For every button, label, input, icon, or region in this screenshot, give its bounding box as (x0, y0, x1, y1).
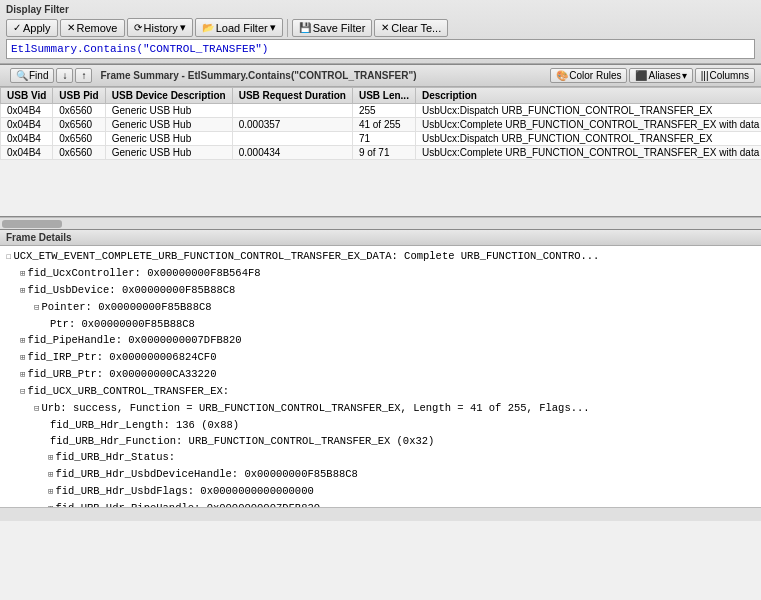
filter-toolbar: ✓ Apply ✕ Remove ⟳ History ▾ 📂 Load Filt… (6, 18, 755, 37)
tree-text: fid_UcxController: 0x00000000F8B564F8 (27, 265, 260, 281)
cell-pid: 0x6560 (53, 132, 105, 146)
tree-text: UCX_ETW_EVENT_COMPLETE_URB_FUNCTION_CONT… (13, 248, 599, 264)
tree-item[interactable]: ⊞fid_URB_Hdr_Status: (4, 449, 757, 466)
frame-summary-header: 🔍 Find ↓ ↑ Frame Summary - EtlSummary.Co… (0, 65, 761, 87)
tree-text: fid_URB_Hdr_UsbdFlags: 0x000000000000000… (55, 483, 313, 499)
col-header-description[interactable]: Description (415, 88, 761, 104)
cell-pid: 0x6560 (53, 104, 105, 118)
remove-icon: ✕ (67, 22, 75, 33)
tree-item[interactable]: ⊞fid_URB_Hdr_PipeHandle: 0x0000000007DFB… (4, 500, 757, 507)
tree-toggle[interactable]: ⊞ (48, 501, 53, 507)
tree-toggle[interactable]: ⊞ (20, 283, 25, 299)
color-rules-button[interactable]: 🎨 Color Rules (550, 68, 627, 83)
cell-pid: 0x6560 (53, 146, 105, 160)
tree-toggle[interactable]: ⊞ (20, 266, 25, 282)
color-rules-icon: 🎨 (556, 70, 568, 81)
table-row[interactable]: 0x04B4 0x6560 Generic USB Hub 255 UsbUcx… (1, 104, 762, 118)
tree-text: Urb: success, Function = URB_FUNCTION_CO… (41, 400, 589, 416)
tree-toggle[interactable]: ⊞ (20, 333, 25, 349)
cell-len: 9 of 71 (352, 146, 415, 160)
scroll-thumb[interactable] (2, 220, 62, 228)
tree-item[interactable]: ⊞fid_UcxController: 0x00000000F8B564F8 (4, 265, 757, 282)
display-filter-label: Display Filter (6, 4, 755, 15)
cell-description: UsbUcx:Dispatch URB_FUNCTION_CONTROL_TRA… (415, 132, 761, 146)
tree-toggle[interactable]: ⊞ (48, 467, 53, 483)
table-row[interactable]: 0x04B4 0x6560 Generic USB Hub 0.000357 4… (1, 118, 762, 132)
toolbar-separator (287, 19, 288, 37)
frame-summary-header-left: 🔍 Find ↓ ↑ Frame Summary - EtlSummary.Co… (6, 67, 416, 84)
col-header-pid[interactable]: USB Pid (53, 88, 105, 104)
filter-input[interactable] (6, 39, 755, 59)
col-header-req-dur[interactable]: USB Request Duration (232, 88, 352, 104)
remove-button[interactable]: ✕ Remove (60, 19, 125, 37)
history-icon: ⟳ (134, 22, 142, 33)
cell-len: 255 (352, 104, 415, 118)
tree-item[interactable]: ⊞fid_IRP_Ptr: 0x000000006824CF0 (4, 349, 757, 366)
frame-summary-title: Frame Summary - EtlSummary.Contains("CON… (100, 70, 416, 81)
tree-item: fid_URB_Hdr_Function: URB_FUNCTION_CONTR… (4, 433, 757, 449)
tree-item[interactable]: ⊟Urb: success, Function = URB_FUNCTION_C… (4, 400, 757, 417)
bottom-scrollbar[interactable] (0, 507, 761, 521)
tree-toggle[interactable]: ☐ (6, 249, 11, 265)
tree-item[interactable]: ⊟fid_UCX_URB_CONTROL_TRANSFER_EX: (4, 383, 757, 400)
table-row[interactable]: 0x04B4 0x6560 Generic USB Hub 71 UsbUcx:… (1, 132, 762, 146)
tree-toggle[interactable]: ⊞ (20, 367, 25, 383)
frame-table-container[interactable]: USB Vid USB Pid USB Device Description U… (0, 87, 761, 217)
history-dropdown-icon: ▾ (180, 21, 186, 34)
find-button[interactable]: 🔍 Find (10, 68, 54, 83)
tree-item[interactable]: ☐UCX_ETW_EVENT_COMPLETE_URB_FUNCTION_CON… (4, 248, 757, 265)
table-row[interactable]: 0x04B4 0x6560 Generic USB Hub 0.000434 9… (1, 146, 762, 160)
tree-text: fid_UCX_URB_CONTROL_TRANSFER_EX: (27, 383, 229, 399)
cell-req-dur: 0.000357 (232, 118, 352, 132)
cell-req-dur: 0.000434 (232, 146, 352, 160)
display-filter-bar: Display Filter ✓ Apply ✕ Remove ⟳ Histor… (0, 0, 761, 64)
tree-text: fid_URB_Hdr_PipeHandle: 0x0000000007DFB8… (55, 500, 320, 507)
tree-item[interactable]: ⊞fid_URB_Hdr_UsbdDeviceHandle: 0x0000000… (4, 466, 757, 483)
tree-text: fid_PipeHandle: 0x0000000007DFB820 (27, 332, 241, 348)
tree-item[interactable]: ⊞fid_UsbDevice: 0x00000000F85B88C8 (4, 282, 757, 299)
cell-desc: Generic USB Hub (105, 118, 232, 132)
tree-toggle[interactable]: ⊞ (48, 484, 53, 500)
cell-desc: Generic USB Hub (105, 132, 232, 146)
cell-vid: 0x04B4 (1, 118, 53, 132)
frame-summary-toolbar: 🔍 Find ↓ ↑ (6, 67, 96, 84)
apply-button[interactable]: ✓ Apply (6, 19, 58, 37)
cell-vid: 0x04B4 (1, 146, 53, 160)
cell-vid: 0x04B4 (1, 132, 53, 146)
aliases-button[interactable]: ⬛ Aliases ▾ (629, 68, 692, 83)
col-header-vid[interactable]: USB Vid (1, 88, 53, 104)
tree-text: fid_URB_Hdr_Length: 136 (0x88) (50, 417, 239, 433)
cell-req-dur (232, 132, 352, 146)
tree-toggle[interactable]: ⊞ (20, 350, 25, 366)
tree-item[interactable]: ⊟Pointer: 0x00000000F85B88C8 (4, 299, 757, 316)
scroll-up-button[interactable]: ↑ (75, 68, 92, 83)
tree-item: fid_URB_Hdr_Length: 136 (0x88) (4, 417, 757, 433)
load-filter-button[interactable]: 📂 Load Filter ▾ (195, 18, 283, 37)
tree-item[interactable]: ⊞fid_PipeHandle: 0x0000000007DFB820 (4, 332, 757, 349)
find-icon: 🔍 (16, 70, 28, 81)
col-header-device-desc[interactable]: USB Device Description (105, 88, 232, 104)
columns-button[interactable]: ||| Columns (695, 68, 755, 83)
tree-text: fid_URB_Hdr_Status: (55, 449, 175, 465)
save-filter-button[interactable]: 💾 Save Filter (292, 19, 373, 37)
clear-button[interactable]: ✕ Clear Te... (374, 19, 448, 37)
tree-text: fid_IRP_Ptr: 0x000000006824CF0 (27, 349, 216, 365)
tree-toggle[interactable]: ⊞ (48, 450, 53, 466)
tree-toggle[interactable]: ⊟ (34, 401, 39, 417)
tree-text: fid_URB_Hdr_Function: URB_FUNCTION_CONTR… (50, 433, 434, 449)
horizontal-scrollbar[interactable] (0, 217, 761, 229)
tree-item[interactable]: ⊞fid_URB_Ptr: 0x00000000CA33220 (4, 366, 757, 383)
col-header-len[interactable]: USB Len... (352, 88, 415, 104)
clear-icon: ✕ (381, 22, 389, 33)
tree-toggle[interactable]: ⊟ (34, 300, 39, 316)
cell-len: 41 of 255 (352, 118, 415, 132)
tree-item[interactable]: ⊞fid_URB_Hdr_UsbdFlags: 0x00000000000000… (4, 483, 757, 500)
scroll-down-button[interactable]: ↓ (56, 68, 73, 83)
frame-summary: 🔍 Find ↓ ↑ Frame Summary - EtlSummary.Co… (0, 64, 761, 229)
tree-text: fid_URB_Hdr_UsbdDeviceHandle: 0x00000000… (55, 466, 357, 482)
history-button[interactable]: ⟳ History ▾ (127, 18, 193, 37)
tree-toggle[interactable]: ⊟ (20, 384, 25, 400)
table-header-row: USB Vid USB Pid USB Device Description U… (1, 88, 762, 104)
tree-text: Ptr: 0x00000000F85B88C8 (50, 316, 195, 332)
frame-table-body: 0x04B4 0x6560 Generic USB Hub 255 UsbUcx… (1, 104, 762, 160)
